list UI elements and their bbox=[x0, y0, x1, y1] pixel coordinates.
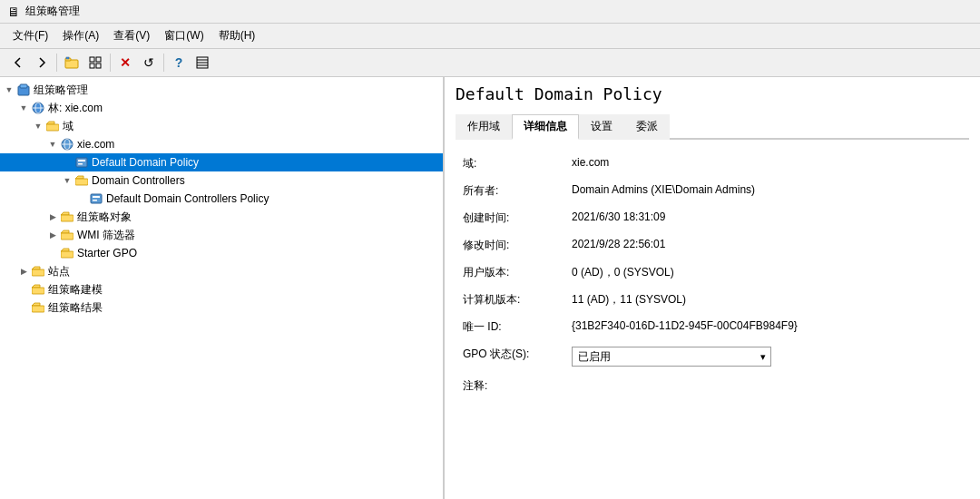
svg-rect-21 bbox=[78, 160, 85, 161]
tree-item-domains[interactable]: ▼ 域 bbox=[0, 117, 443, 135]
app-icon: 🖥 bbox=[7, 5, 20, 19]
tree-label-default-dc-policy: Default Domain Controllers Policy bbox=[106, 192, 269, 205]
modified-value: 2021/9/28 22:56:01 bbox=[564, 232, 969, 259]
expand-domain-controllers[interactable]: ▼ bbox=[60, 173, 74, 188]
computer-version-value: 11 (AD)，11 (SYSVOL) bbox=[564, 287, 969, 314]
svg-rect-28 bbox=[61, 233, 74, 240]
menu-help[interactable]: 帮助(H) bbox=[213, 25, 261, 46]
tree-item-starter-gpo[interactable]: ▶ Starter GPO bbox=[0, 244, 443, 262]
toolbar-folder-btn[interactable] bbox=[61, 52, 83, 73]
svg-rect-3 bbox=[90, 57, 94, 62]
svg-rect-32 bbox=[32, 306, 44, 312]
toolbar-grid-btn[interactable] bbox=[84, 52, 106, 73]
svg-rect-25 bbox=[93, 196, 100, 198]
tab-details[interactable]: 详细信息 bbox=[512, 114, 579, 140]
expand-xie-com[interactable]: ▼ bbox=[45, 137, 60, 152]
policy-modeling-icon bbox=[31, 282, 45, 297]
tree-item-default-domain-policy[interactable]: ▶ Default Domain Policy bbox=[0, 153, 443, 171]
domains-icon bbox=[45, 119, 60, 133]
svg-rect-30 bbox=[32, 269, 44, 276]
toolbar-delete-btn[interactable]: ✕ bbox=[114, 52, 136, 73]
tree-label-gpo: 组策略对象 bbox=[77, 210, 132, 225]
title-bar: 🖥 组策略管理 bbox=[0, 0, 980, 24]
gpo-status-select[interactable]: 已启用全部禁用用户配置设置已禁用计算机配置设置已禁用 bbox=[572, 347, 771, 367]
svg-rect-24 bbox=[91, 194, 102, 203]
svg-rect-29 bbox=[61, 251, 74, 258]
detail-row-modified: 修改时间: 2021/9/28 22:56:01 bbox=[456, 232, 969, 259]
detail-row-domain: 域: xie.com bbox=[456, 151, 969, 178]
tree-item-domain-controllers[interactable]: ▼ Domain Controllers bbox=[0, 171, 443, 190]
default-domain-policy-icon bbox=[74, 155, 89, 170]
expand-forest[interactable]: ▼ bbox=[16, 101, 31, 115]
unique-id-value: {31B2F340-016D-11D2-945F-00C04FB984F9} bbox=[564, 314, 969, 341]
right-pane: Default Domain Policy 作用域 详细信息 设置 委派 域: … bbox=[445, 77, 980, 499]
tree-item-policy-results[interactable]: ▶ 组策略结果 bbox=[0, 298, 443, 317]
svg-rect-27 bbox=[61, 215, 74, 221]
detail-row-unique-id: 唯一 ID: {31B2F340-016D-11D2-945F-00C04FB9… bbox=[456, 314, 969, 341]
svg-rect-4 bbox=[96, 57, 101, 62]
tree-label-policy-modeling: 组策略建模 bbox=[48, 282, 103, 298]
toolbar-help-btn[interactable]: ? bbox=[168, 52, 190, 73]
tree-label-starter-gpo: Starter GPO bbox=[77, 247, 137, 259]
tree-item-group-policy-objects[interactable]: ▶ 组策略对象 bbox=[0, 208, 443, 226]
tree-item-root[interactable]: ▼ 组策略管理 bbox=[0, 81, 443, 99]
tree-container: ▼ 组策略管理 ▼ bbox=[0, 77, 443, 320]
tab-scope[interactable]: 作用域 bbox=[456, 114, 512, 140]
created-value: 2021/6/30 18:31:09 bbox=[564, 205, 969, 232]
toolbar-export-btn[interactable] bbox=[191, 52, 213, 73]
svg-rect-31 bbox=[32, 288, 44, 294]
tree-item-xie-com[interactable]: ▼ xie.com bbox=[0, 135, 443, 153]
menu-window[interactable]: 窗口(W) bbox=[159, 25, 209, 46]
expand-root[interactable]: ▼ bbox=[2, 83, 16, 97]
tree-item-policy-modeling[interactable]: ▶ 组策略建模 bbox=[0, 280, 443, 298]
modified-label: 修改时间: bbox=[456, 232, 564, 259]
toolbar-sep-2 bbox=[110, 54, 111, 72]
menu-view[interactable]: 查看(V) bbox=[108, 25, 155, 46]
gpo-icon bbox=[60, 210, 74, 224]
toolbar: ✕ ↺ ? bbox=[0, 49, 980, 77]
expand-sites[interactable]: ▶ bbox=[16, 264, 31, 279]
remarks-value bbox=[564, 373, 969, 400]
left-pane-tree: ▼ 组策略管理 ▼ bbox=[0, 77, 445, 499]
tree-label-xie-com: xie.com bbox=[77, 138, 114, 151]
toolbar-sep-3 bbox=[163, 54, 164, 72]
tab-delegation[interactable]: 委派 bbox=[624, 114, 670, 140]
tree-item-forest[interactable]: ▼ 林: xie.com bbox=[0, 99, 443, 117]
expand-domains[interactable]: ▼ bbox=[31, 119, 45, 133]
tree-label-wmi: WMI 筛选器 bbox=[77, 228, 135, 243]
starter-gpo-icon bbox=[60, 246, 74, 260]
toolbar-back-btn[interactable] bbox=[7, 52, 29, 73]
gpo-status-cell: 已启用全部禁用用户配置设置已禁用计算机配置设置已禁用 bbox=[564, 341, 969, 373]
tab-settings[interactable]: 设置 bbox=[579, 114, 624, 140]
policy-title: Default Domain Policy bbox=[456, 84, 969, 107]
tree-item-wmi-filters[interactable]: ▶ WMI 筛选器 bbox=[0, 226, 443, 244]
app-title: 组策略管理 bbox=[25, 4, 80, 19]
tree-item-sites[interactable]: ▶ 站点 bbox=[0, 262, 443, 280]
default-dc-policy-icon bbox=[89, 191, 103, 206]
svg-rect-26 bbox=[93, 200, 97, 201]
expand-gpo[interactable]: ▶ bbox=[45, 210, 60, 224]
unique-id-label: 唯一 ID: bbox=[456, 314, 564, 341]
svg-rect-5 bbox=[90, 64, 94, 68]
toolbar-refresh-btn[interactable]: ↺ bbox=[138, 52, 160, 73]
svg-rect-23 bbox=[75, 179, 88, 185]
menu-file[interactable]: 文件(F) bbox=[7, 25, 54, 46]
domain-controllers-icon bbox=[74, 173, 89, 188]
gpo-status-wrapper[interactable]: 已启用全部禁用用户配置设置已禁用计算机配置设置已禁用 bbox=[572, 347, 771, 367]
svg-rect-16 bbox=[46, 124, 59, 131]
toolbar-forward-btn[interactable] bbox=[31, 52, 53, 73]
tree-label-policy-results: 组策略结果 bbox=[48, 300, 103, 316]
forest-icon bbox=[31, 101, 45, 115]
xie-com-icon bbox=[60, 137, 74, 152]
svg-rect-2 bbox=[66, 57, 69, 59]
toolbar-sep-1 bbox=[56, 54, 57, 72]
tree-label-domain-controllers: Domain Controllers bbox=[92, 174, 185, 187]
expand-wmi[interactable]: ▶ bbox=[45, 228, 60, 242]
svg-rect-20 bbox=[76, 158, 87, 167]
tree-label-sites: 站点 bbox=[48, 264, 70, 279]
menu-action[interactable]: 操作(A) bbox=[57, 25, 104, 46]
tree-item-default-dc-policy[interactable]: ▶ Default Domain Controllers Policy bbox=[0, 190, 443, 208]
tab-bar: 作用域 详细信息 设置 委派 bbox=[456, 114, 969, 140]
tree-label-root: 组策略管理 bbox=[34, 83, 88, 98]
detail-row-remarks: 注释: bbox=[456, 373, 969, 400]
